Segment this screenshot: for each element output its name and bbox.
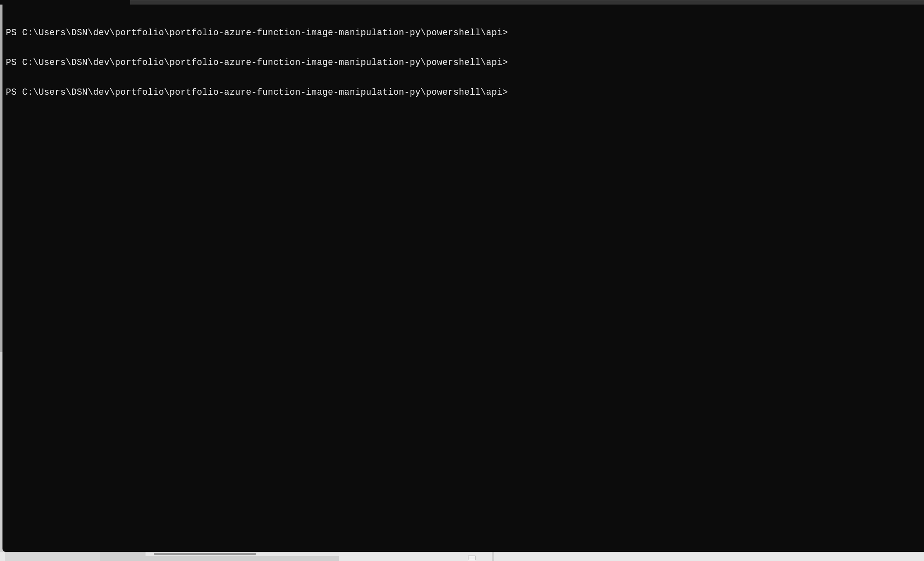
horizontal-scrollbar-thumb[interactable] bbox=[154, 553, 256, 555]
taskbar-segment bbox=[494, 552, 924, 561]
terminal-scrollbar[interactable] bbox=[922, 5, 924, 552]
terminal-output[interactable]: PS C:\Users\DSN\dev\portfolio\portfolio-… bbox=[2, 5, 924, 120]
titlebar-background[interactable] bbox=[130, 0, 924, 5]
current-prompt: PS C:\Users\DSN\dev\portfolio\portfolio-… bbox=[6, 87, 508, 97]
active-tab-strip[interactable] bbox=[0, 0, 130, 5]
prompt-line: PS C:\Users\DSN\dev\portfolio\portfolio-… bbox=[6, 58, 921, 67]
terminal-input[interactable] bbox=[513, 87, 514, 97]
horizontal-scrollbar-track[interactable] bbox=[146, 552, 340, 556]
bottom-taskbar-fragment bbox=[0, 552, 924, 561]
taskbar-segment bbox=[0, 552, 5, 561]
taskbar-control-icon[interactable] bbox=[468, 556, 475, 560]
prompt-line: PS C:\Users\DSN\dev\portfolio\portfolio-… bbox=[6, 87, 921, 97]
prompt-line: PS C:\Users\DSN\dev\portfolio\portfolio-… bbox=[6, 28, 921, 38]
terminal-panel[interactable]: PS C:\Users\DSN\dev\portfolio\portfolio-… bbox=[2, 5, 924, 552]
taskbar-segment bbox=[5, 552, 100, 561]
titlebar bbox=[0, 0, 924, 5]
